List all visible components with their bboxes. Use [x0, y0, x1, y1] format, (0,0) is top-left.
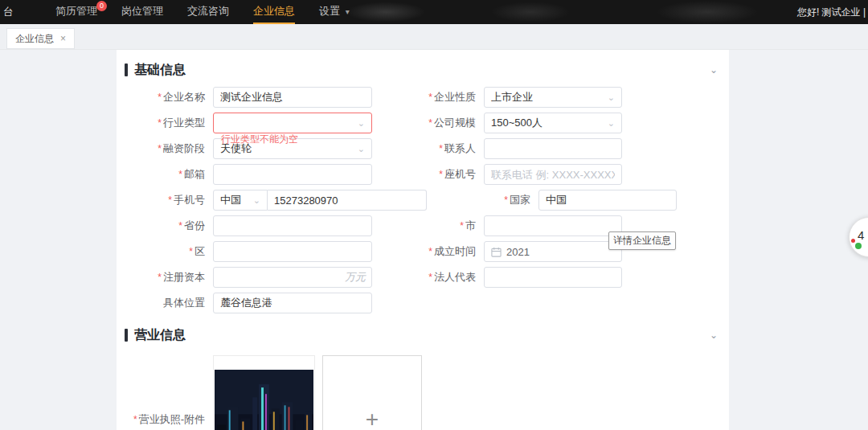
- chevron-down-icon: ⌄: [358, 144, 365, 154]
- legal-rep-input[interactable]: [484, 267, 622, 288]
- contact-person-label: *联系人: [372, 138, 484, 159]
- form-row: *邮箱 *座机号: [117, 164, 729, 185]
- email-label-text: 邮箱: [184, 168, 205, 180]
- city-label-text: 市: [465, 219, 476, 231]
- required-mark: *: [428, 246, 432, 257]
- industry-type-error: 行业类型不能为空: [221, 133, 298, 145]
- company-scale-label-text: 公司规模: [434, 117, 476, 129]
- chevron-down-icon: ⌄: [358, 118, 365, 129]
- address-input[interactable]: [213, 293, 372, 313]
- tab-company-info-label: 企业信息: [15, 32, 54, 46]
- registered-capital-label: *注册资本: [125, 267, 213, 288]
- section-accent-bar: [125, 329, 128, 342]
- nav-item-settings[interactable]: 设置 ▾: [319, 0, 350, 24]
- chevron-down-icon: ▾: [346, 7, 350, 16]
- country-code-select[interactable]: 中国 ⌄: [213, 190, 268, 211]
- nav-item-chat[interactable]: 交流咨询: [187, 0, 229, 24]
- floating-service-widget[interactable]: 4: [849, 217, 868, 257]
- basic-info-form: *企业名称 *企业性质 上市企业 ⌄ *行业类型 ⌄ 行业类型不能为空: [117, 87, 729, 313]
- country-code-value: 中国: [220, 193, 241, 207]
- contact-person-input[interactable]: [484, 138, 622, 159]
- top-navbar: 台 简历管理 0 岗位管理 交流咨询 企业信息 设置 ▾ 您好! 测试企业 |: [0, 0, 868, 24]
- resume-badge: 0: [96, 1, 107, 11]
- required-mark: *: [158, 143, 162, 154]
- landline-label-text: 座机号: [444, 168, 476, 180]
- funding-stage-label-text: 融资阶段: [163, 142, 205, 154]
- required-mark: *: [178, 169, 182, 180]
- city-night-photo: [215, 370, 313, 430]
- required-mark: *: [133, 414, 137, 425]
- business-section-title: 营业信息: [134, 327, 186, 344]
- user-greeting[interactable]: 您好! 测试企业 |: [797, 6, 866, 19]
- chevron-down-icon[interactable]: ⌄: [710, 64, 718, 76]
- company-nature-value: 上市企业: [491, 90, 533, 104]
- plus-icon: +: [366, 408, 379, 430]
- chevron-down-icon: ⌄: [253, 195, 260, 206]
- company-name-label-text: 企业名称: [163, 91, 205, 103]
- required-mark: *: [178, 220, 182, 231]
- form-row: 具体位置: [117, 293, 729, 313]
- address-label-text: 具体位置: [163, 297, 205, 309]
- district-input[interactable]: [213, 241, 372, 262]
- company-name-input[interactable]: [213, 87, 372, 108]
- company-scale-value: 150~500人: [491, 116, 542, 130]
- section-accent-bar: [125, 63, 128, 76]
- tooltip: 详情企业信息: [608, 231, 676, 250]
- founded-date-picker[interactable]: 2021: [484, 241, 622, 262]
- company-nature-label: *企业性质: [372, 87, 484, 108]
- nav-item-company-info[interactable]: 企业信息: [253, 0, 295, 24]
- required-mark: *: [439, 143, 443, 154]
- basic-section-header: 基础信息 ⌄: [125, 61, 718, 79]
- company-name-label: *企业名称: [125, 87, 213, 108]
- address-label: 具体位置: [125, 293, 213, 313]
- founded-date-label-text: 成立时间: [434, 245, 476, 257]
- required-mark: *: [158, 117, 162, 129]
- chevron-down-icon[interactable]: ⌄: [710, 330, 718, 341]
- email-input[interactable]: [213, 164, 372, 185]
- industry-type-select[interactable]: ⌄: [213, 113, 372, 133]
- company-scale-select[interactable]: 150~500人 ⌄: [484, 113, 622, 133]
- registered-capital-wrap: 万元: [213, 267, 372, 288]
- city-label: *市: [372, 215, 484, 236]
- legal-rep-label-text: 法人代表: [434, 271, 476, 283]
- required-mark: *: [158, 272, 162, 283]
- nav-item-jobs[interactable]: 岗位管理: [121, 0, 163, 24]
- close-icon[interactable]: ×: [60, 34, 66, 43]
- capital-unit-suffix: 万元: [345, 267, 366, 288]
- required-mark: *: [168, 195, 172, 206]
- landline-label: *座机号: [372, 164, 484, 185]
- city-input[interactable]: [484, 215, 622, 236]
- chevron-down-icon: ⌄: [608, 92, 615, 103]
- nav-item-settings-label: 设置: [319, 5, 340, 17]
- legal-rep-label: *法人代表: [372, 267, 484, 288]
- business-section-header: 营业信息 ⌄: [125, 326, 718, 344]
- founded-date-value: 2021: [506, 246, 530, 258]
- contact-person-label-text: 联系人: [444, 142, 476, 154]
- country-label-text: 国家: [510, 194, 530, 206]
- country-label: *国家: [427, 190, 538, 211]
- country-input[interactable]: [538, 190, 677, 211]
- tab-company-info[interactable]: 企业信息 ×: [6, 28, 75, 49]
- required-mark: *: [428, 117, 432, 129]
- nav-item-company-info-label: 企业信息: [253, 5, 295, 17]
- form-row: *手机号 中国 ⌄ *国家: [117, 190, 729, 211]
- form-row: *行业类型 ⌄ 行业类型不能为空 *公司规模 150~500人 ⌄: [117, 113, 729, 133]
- nav-item-resume[interactable]: 简历管理 0: [55, 0, 97, 24]
- email-label: *邮箱: [125, 164, 213, 185]
- funding-stage-label: *融资阶段: [125, 138, 213, 159]
- basic-section-title: 基础信息: [134, 62, 186, 79]
- license-upload-button[interactable]: +: [322, 355, 422, 430]
- form-row: *营业执照-附件: [117, 355, 729, 430]
- required-mark: *: [439, 169, 443, 180]
- founded-date-label: *成立时间: [372, 241, 484, 262]
- company-nature-select[interactable]: 上市企业 ⌄: [484, 87, 622, 108]
- province-label: *省份: [125, 215, 213, 236]
- license-photo-thumbnail[interactable]: [213, 355, 315, 430]
- registered-capital-label-text: 注册资本: [163, 271, 205, 283]
- province-input[interactable]: [213, 215, 372, 236]
- chevron-down-icon: ⌄: [608, 118, 615, 129]
- required-mark: *: [158, 92, 162, 103]
- mobile-input[interactable]: [268, 190, 427, 211]
- required-mark: *: [189, 246, 193, 257]
- landline-input[interactable]: [484, 164, 622, 185]
